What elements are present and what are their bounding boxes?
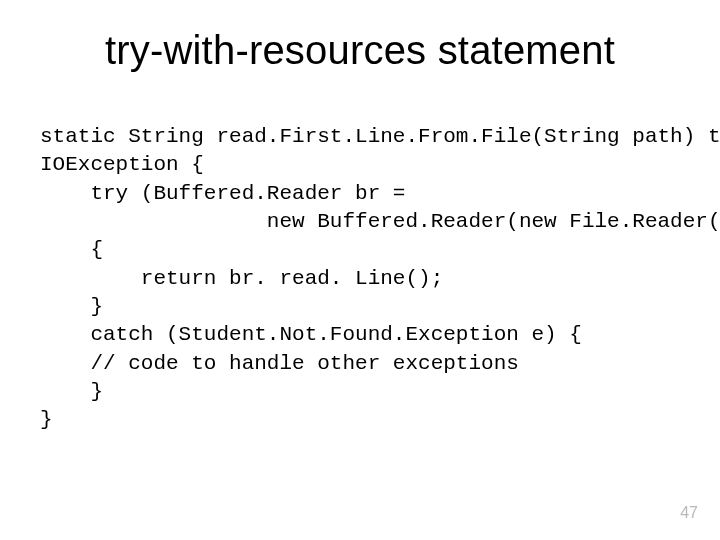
slide-title: try-with-resources statement: [0, 0, 720, 83]
code-block: static String read.First.Line.From.File(…: [0, 83, 720, 435]
page-number: 47: [680, 504, 698, 522]
slide: try-with-resources statement static Stri…: [0, 0, 720, 540]
